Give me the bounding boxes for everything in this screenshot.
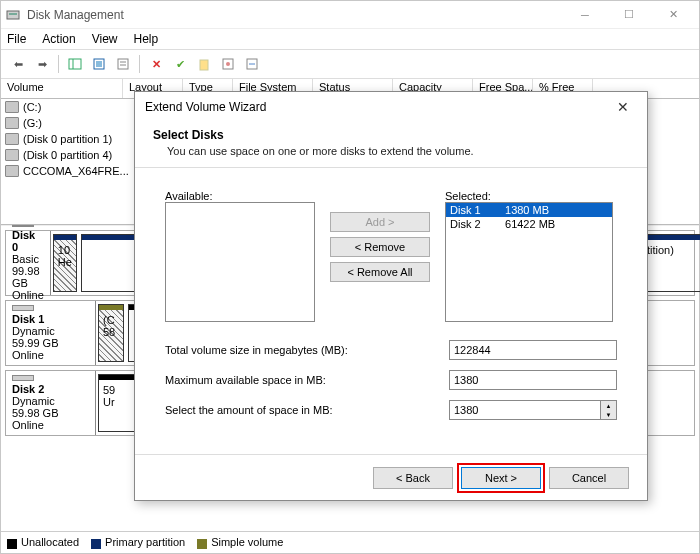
toolbar: ⬅ ➡ ✕ ✔ xyxy=(1,49,699,79)
check-icon[interactable]: ✔ xyxy=(169,53,191,75)
partition[interactable]: (C58 xyxy=(98,304,124,362)
svg-rect-5 xyxy=(96,61,102,67)
selected-label: Selected: xyxy=(445,190,613,202)
available-listbox[interactable] xyxy=(165,202,315,322)
svg-rect-6 xyxy=(118,59,128,69)
titlebar: Disk Management ─ ☐ ✕ xyxy=(1,1,699,29)
close-button[interactable]: ✕ xyxy=(651,4,695,26)
legend: Unallocated Primary partition Simple vol… xyxy=(1,531,699,553)
app-icon xyxy=(5,7,21,23)
wizard-subheading: You can use space on one or more disks t… xyxy=(167,145,629,157)
refresh-icon[interactable] xyxy=(88,53,110,75)
menubar: File Action View Help xyxy=(1,29,699,49)
svg-rect-9 xyxy=(200,60,208,70)
cancel-button[interactable]: Cancel xyxy=(549,467,629,489)
minimize-button[interactable]: ─ xyxy=(563,4,607,26)
show-hide-icon[interactable] xyxy=(64,53,86,75)
menu-help[interactable]: Help xyxy=(134,32,159,46)
selected-disk-item[interactable]: Disk 1 1380 MB xyxy=(446,203,612,217)
svg-point-11 xyxy=(226,62,230,66)
new-icon[interactable] xyxy=(193,53,215,75)
selected-disk-item[interactable]: Disk 2 61422 MB xyxy=(446,217,612,231)
add-button[interactable]: Add > xyxy=(330,212,430,232)
total-size-label: Total volume size in megabytes (MB): xyxy=(165,344,449,356)
properties-icon[interactable] xyxy=(112,53,134,75)
spinner-down-icon[interactable]: ▼ xyxy=(601,410,616,419)
max-space-label: Maximum available space in MB: xyxy=(165,374,449,386)
back-icon[interactable]: ⬅ xyxy=(7,53,29,75)
delete-icon[interactable]: ✕ xyxy=(145,53,167,75)
remove-all-button[interactable]: < Remove All xyxy=(330,262,430,282)
window-title: Disk Management xyxy=(27,8,563,22)
wizard-title-text: Extend Volume Wizard xyxy=(145,100,609,114)
available-label: Available: xyxy=(165,190,315,202)
next-button-highlight: Next > xyxy=(457,463,545,493)
svg-rect-2 xyxy=(69,59,81,69)
amount-label: Select the amount of space in MB: xyxy=(165,404,449,416)
maximize-button[interactable]: ☐ xyxy=(607,4,651,26)
help-icon[interactable] xyxy=(241,53,263,75)
svg-rect-1 xyxy=(9,13,17,15)
col-volume[interactable]: Volume xyxy=(1,79,123,98)
total-size-value: 122844 xyxy=(449,340,617,360)
menu-view[interactable]: View xyxy=(92,32,118,46)
menu-action[interactable]: Action xyxy=(42,32,75,46)
wizard-heading: Select Disks xyxy=(153,128,224,142)
extend-volume-wizard: Extend Volume Wizard ✕ Select Disks You … xyxy=(134,91,648,501)
forward-icon[interactable]: ➡ xyxy=(31,53,53,75)
selected-listbox[interactable]: Disk 1 1380 MBDisk 2 61422 MB xyxy=(445,202,613,322)
remove-button[interactable]: < Remove xyxy=(330,237,430,257)
wizard-header: Select Disks You can use space on one or… xyxy=(135,122,647,168)
wizard-titlebar: Extend Volume Wizard ✕ xyxy=(135,92,647,122)
wizard-close-button[interactable]: ✕ xyxy=(609,99,637,115)
partition[interactable]: 10He xyxy=(53,234,77,292)
menu-file[interactable]: File xyxy=(7,32,26,46)
spinner-up-icon[interactable]: ▲ xyxy=(601,401,616,410)
settings-icon[interactable] xyxy=(217,53,239,75)
back-button[interactable]: < Back xyxy=(373,467,453,489)
amount-spinner[interactable]: 1380 ▲ ▼ xyxy=(449,400,617,420)
next-button[interactable]: Next > xyxy=(461,467,541,489)
max-space-value: 1380 xyxy=(449,370,617,390)
